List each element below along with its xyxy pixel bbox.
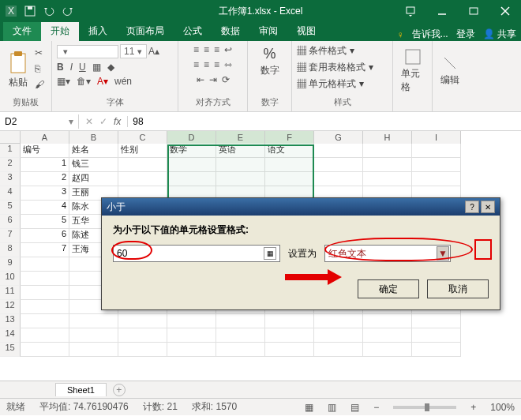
tab-file[interactable]: 文件	[3, 21, 41, 41]
threshold-input[interactable]: 60 ▦	[113, 245, 280, 262]
cell[interactable]	[21, 300, 69, 314]
tab-insert[interactable]: 插入	[79, 21, 117, 41]
indent-dec-icon[interactable]: ⇤	[197, 74, 204, 85]
col-header[interactable]: D	[167, 131, 216, 144]
view-normal-icon[interactable]: ▦	[305, 402, 313, 413]
col-header[interactable]: C	[118, 131, 167, 144]
cell[interactable]	[265, 314, 314, 328]
cell[interactable]	[216, 314, 265, 328]
tab-view[interactable]: 视图	[287, 21, 325, 41]
chevron-down-icon[interactable]: ▼	[437, 246, 449, 261]
view-break-icon[interactable]: ▤	[350, 402, 359, 413]
select-all-corner[interactable]	[0, 131, 21, 144]
row-header[interactable]: 11	[0, 286, 21, 300]
row-header[interactable]: 15	[0, 343, 21, 357]
row-header[interactable]: 10	[0, 272, 21, 286]
editing-button[interactable]: 编辑	[437, 53, 463, 88]
cell[interactable]: 1	[21, 158, 69, 172]
ok-button[interactable]: 确定	[358, 279, 419, 298]
cell[interactable]	[314, 328, 363, 343]
cell[interactable]	[412, 158, 461, 172]
cell[interactable]	[167, 343, 216, 357]
sheet-tab[interactable]: Sheet1	[55, 383, 107, 396]
cancel-button[interactable]: 取消	[427, 279, 489, 298]
new-sheet-button[interactable]: +	[113, 384, 126, 396]
dialog-help-button[interactable]: ?	[465, 201, 479, 213]
merge-icon[interactable]: ⇿	[224, 59, 232, 70]
tab-home[interactable]: 开始	[41, 21, 79, 41]
cell[interactable]	[314, 314, 363, 328]
cell[interactable]	[363, 328, 412, 343]
row-header[interactable]: 6	[0, 215, 21, 229]
cell[interactable]	[69, 343, 118, 357]
cell[interactable]	[167, 172, 216, 186]
cell[interactable]	[69, 314, 118, 328]
format-painter-icon[interactable]: 🖌	[35, 79, 47, 92]
cell[interactable]	[314, 172, 363, 186]
cell[interactable]	[265, 172, 314, 186]
cell[interactable]	[118, 172, 167, 186]
row-header[interactable]: 5	[0, 201, 21, 215]
cut-icon[interactable]: ✂	[35, 47, 47, 60]
tab-review[interactable]: 审阅	[249, 21, 287, 41]
cell[interactable]	[412, 172, 461, 186]
fx-icon[interactable]: fx	[114, 116, 121, 127]
zoom-slider[interactable]	[393, 406, 456, 409]
cell[interactable]: 姓名	[69, 144, 118, 158]
font-color-button[interactable]: A▾	[97, 76, 108, 87]
align-top-icon[interactable]: ≡	[193, 44, 199, 55]
cell[interactable]	[21, 314, 69, 328]
row-header[interactable]: 2	[0, 158, 21, 172]
formula-bar[interactable]: 98	[128, 114, 521, 129]
cell[interactable]	[265, 343, 314, 357]
row-header[interactable]: 12	[0, 300, 21, 314]
cell[interactable]	[314, 144, 363, 158]
col-header[interactable]: G	[314, 131, 363, 144]
row-header[interactable]: 7	[0, 229, 21, 243]
font-name-combo[interactable]: ▾	[57, 45, 118, 58]
cell[interactable]	[363, 172, 412, 186]
align-bot-icon[interactable]: ≡	[214, 44, 219, 55]
cell[interactable]	[363, 144, 412, 158]
cell[interactable]	[314, 343, 363, 357]
fill-dropdown-icon[interactable]: 🗑▾	[77, 76, 91, 87]
cell[interactable]: 7	[21, 243, 69, 257]
zoom-out-button[interactable]: −	[373, 402, 379, 413]
col-header[interactable]: B	[69, 131, 118, 144]
copy-icon[interactable]: ⎘	[35, 63, 47, 76]
phonetic-button[interactable]: wén	[114, 76, 132, 87]
minimize-button[interactable]	[426, 0, 458, 22]
tab-formulas[interactable]: 公式	[174, 21, 212, 41]
cell[interactable]	[412, 144, 461, 158]
cell[interactable]	[69, 328, 118, 343]
cell[interactable]	[412, 314, 461, 328]
cell-style-button[interactable]: ▦ 单元格样式 ▾	[297, 77, 364, 91]
zoom-in-button[interactable]: +	[470, 402, 476, 413]
cell[interactable]	[167, 314, 216, 328]
orientation-icon[interactable]: ⟳	[222, 74, 230, 85]
align-left-icon[interactable]: ≡	[193, 59, 199, 70]
font-size-combo[interactable]: 11▾	[120, 44, 147, 58]
format-combo[interactable]: 红色文本 ▼	[324, 245, 451, 262]
align-right-icon[interactable]: ≡	[214, 59, 219, 70]
tab-layout[interactable]: 页面布局	[117, 21, 174, 41]
cell[interactable]	[118, 328, 167, 343]
cell[interactable]: 2	[21, 172, 69, 186]
cell[interactable]: 5	[21, 215, 69, 229]
enter-formula-icon[interactable]: ✓	[99, 116, 107, 127]
cell[interactable]: 数学	[167, 144, 216, 158]
col-header[interactable]: A	[21, 131, 69, 144]
cell[interactable]	[118, 314, 167, 328]
signin[interactable]: 登录	[456, 28, 475, 41]
zoom-level[interactable]: 100%	[490, 402, 515, 413]
cell[interactable]	[363, 343, 412, 357]
italic-button[interactable]: I	[70, 62, 73, 73]
cell[interactable]	[21, 286, 69, 300]
align-mid-icon[interactable]: ≡	[204, 44, 209, 55]
fill-color-button[interactable]: ◆	[107, 62, 114, 73]
paste-button[interactable]: 粘贴	[5, 49, 32, 91]
align-center-icon[interactable]: ≡	[204, 59, 209, 70]
wrap-icon[interactable]: ↩	[224, 44, 232, 55]
cancel-formula-icon[interactable]: ✕	[85, 116, 93, 127]
cell[interactable]	[216, 158, 265, 172]
